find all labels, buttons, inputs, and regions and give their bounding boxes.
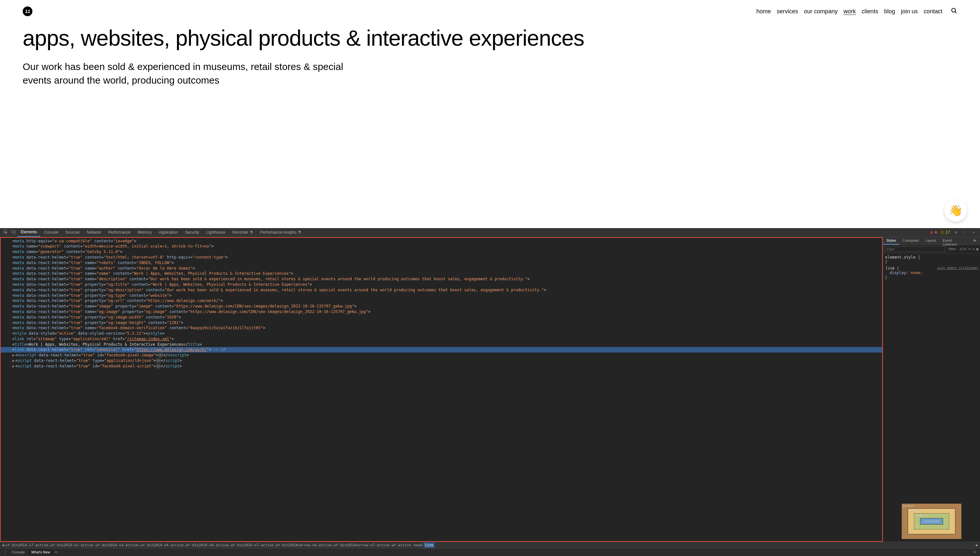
cls-toggle[interactable]: .cls	[958, 247, 967, 251]
tab-security[interactable]: Security	[182, 228, 202, 236]
styles-tab-listeners[interactable]: Event Listeners	[940, 237, 970, 245]
nav-services[interactable]: services	[777, 8, 798, 15]
computed-panel-icon[interactable]: ▭	[972, 247, 975, 251]
nav-work[interactable]: work	[844, 8, 856, 15]
tab-sources[interactable]: Sources	[62, 228, 83, 236]
element-node[interactable]: <meta data-react-helmet="true" property=…	[6, 288, 882, 293]
tab-recorder[interactable]: Recorder ⚗	[229, 228, 256, 236]
box-model: margin- border- padding- auto×auto	[883, 501, 980, 542]
drawer-kebab-icon[interactable]: ⋮	[2, 548, 8, 556]
tab-memory[interactable]: Memory	[134, 228, 155, 236]
kebab-icon[interactable]: ⋮	[962, 229, 968, 236]
main-nav: home services our company work clients b…	[757, 8, 957, 15]
inspect-icon[interactable]	[2, 228, 9, 236]
tab-console[interactable]: Console	[41, 228, 61, 236]
dom-breadcrumb[interactable]: ◀ vf-din2014-i7-active.wf-din2014-n2-act…	[0, 542, 980, 548]
add-rule-icon[interactable]: +	[968, 247, 970, 251]
nav-home[interactable]: home	[757, 8, 771, 15]
element-node[interactable]: <meta data-react-helmet="true" property=…	[1, 282, 882, 288]
element-node[interactable]: <meta data-react-helmet="true" property=…	[1, 320, 882, 326]
styles-tab-computed[interactable]: Computed	[899, 237, 922, 245]
nav-join[interactable]: join us	[901, 8, 918, 15]
chevron-right-icon[interactable]: ▶	[976, 543, 978, 547]
element-node[interactable]: ▶<script data-react-helmet="true" id="fa…	[1, 364, 882, 369]
element-node[interactable]: <meta http-equiv="x-ua-compatible" conte…	[1, 238, 882, 244]
svg-point-0	[952, 8, 956, 12]
drawer-tab-whatsnew[interactable]: What's New	[28, 549, 53, 555]
chevron-left-icon[interactable]: ◀	[2, 543, 4, 547]
nav-blog[interactable]: blog	[884, 8, 895, 15]
styles-filter-input[interactable]	[885, 246, 945, 252]
devtools-tabs: Elements Console Sources Network Perform…	[0, 228, 980, 237]
element-node[interactable]: <style data-styled="active" data-styled-…	[1, 331, 882, 336]
close-icon[interactable]: ✕	[971, 229, 976, 236]
element-node[interactable]: <meta data-react-helmet="true" property=…	[1, 315, 882, 320]
element-node[interactable]: <link data-react-helmet="true" rel="cano…	[1, 347, 882, 352]
element-node[interactable]: <link rel="sitemap" type="application/xm…	[1, 336, 882, 342]
element-node[interactable]: <meta data-react-helmet="true" content="…	[1, 255, 882, 260]
nav-contact[interactable]: contact	[923, 8, 943, 15]
styles-tab-layout[interactable]: Layout	[922, 237, 940, 245]
styles-rules[interactable]: element.style {}</span><span class="sele…	[883, 254, 980, 501]
warning-count[interactable]: !17	[940, 230, 950, 234]
element-node[interactable]: <title>Work | Apps, Websites, Physical P…	[1, 342, 882, 348]
element-node[interactable]: <meta data-react-helmet="true" name="rob…	[1, 260, 882, 266]
element-node[interactable]: ▶<noscript data-react-helmet="true" id="…	[1, 352, 882, 358]
tab-perf-insights[interactable]: Performance insights ⚗	[257, 228, 305, 236]
tab-performance[interactable]: Performance	[105, 228, 134, 236]
error-count[interactable]: ✕4	[930, 230, 937, 234]
drawer-tab-console[interactable]: Console	[8, 549, 28, 555]
element-node[interactable]: <meta data-react-helmet="true" name="ima…	[1, 304, 882, 309]
element-node[interactable]: <meta data-react-helmet="true" name="og:…	[1, 309, 882, 315]
hero-body: Our work has been sold & experienced in …	[23, 60, 347, 87]
wave-button[interactable]: 👋	[944, 199, 967, 221]
element-node[interactable]: <meta name="generator" content="Gatsby 5…	[1, 249, 882, 255]
nav-clients[interactable]: clients	[862, 8, 878, 15]
svg-line-1	[955, 12, 957, 13]
element-node[interactable]: <meta data-react-helmet="true" name="aut…	[1, 266, 882, 271]
element-node[interactable]: <meta data-react-helmet="true" property=…	[1, 298, 882, 304]
element-node[interactable]: <meta data-react-helmet="true" name="fac…	[1, 325, 882, 331]
styles-tab-more[interactable]: ≫	[970, 237, 980, 245]
search-icon[interactable]	[948, 8, 957, 15]
hov-toggle[interactable]: :hov	[947, 247, 956, 251]
element-node[interactable]: <meta data-react-helmet="true" property=…	[1, 293, 882, 298]
styles-tab-styles[interactable]: Styles	[883, 237, 899, 245]
element-node[interactable]: ▶<script data-react-helmet="true" type="…	[1, 358, 882, 364]
tab-lighthouse[interactable]: Lighthouse	[203, 228, 228, 236]
nav-company[interactable]: our company	[804, 8, 838, 15]
element-node[interactable]: <meta data-react-helmet="true" name="des…	[6, 276, 882, 282]
device-icon[interactable]	[10, 228, 17, 236]
element-node[interactable]: <meta name="viewport" content="width=dev…	[1, 244, 882, 249]
hero-title: apps, websites, physical products & inte…	[23, 26, 957, 50]
site-logo[interactable]: 11	[23, 6, 32, 16]
tab-application[interactable]: Application	[155, 228, 181, 236]
rendering-icon[interactable]: ◧	[977, 247, 979, 251]
drawer-tab-close-icon[interactable]: ×	[55, 550, 57, 555]
gear-icon[interactable]: ⚙	[953, 229, 958, 236]
drawer-close-icon[interactable]: ×	[972, 550, 978, 555]
element-node[interactable]: <meta data-react-helmet="true" name="nam…	[1, 271, 882, 276]
elements-panel[interactable]: <meta http-equiv="x-ua-compatible" conte…	[0, 237, 883, 542]
tab-elements[interactable]: Elements	[18, 228, 40, 237]
tab-network[interactable]: Network	[84, 228, 104, 236]
